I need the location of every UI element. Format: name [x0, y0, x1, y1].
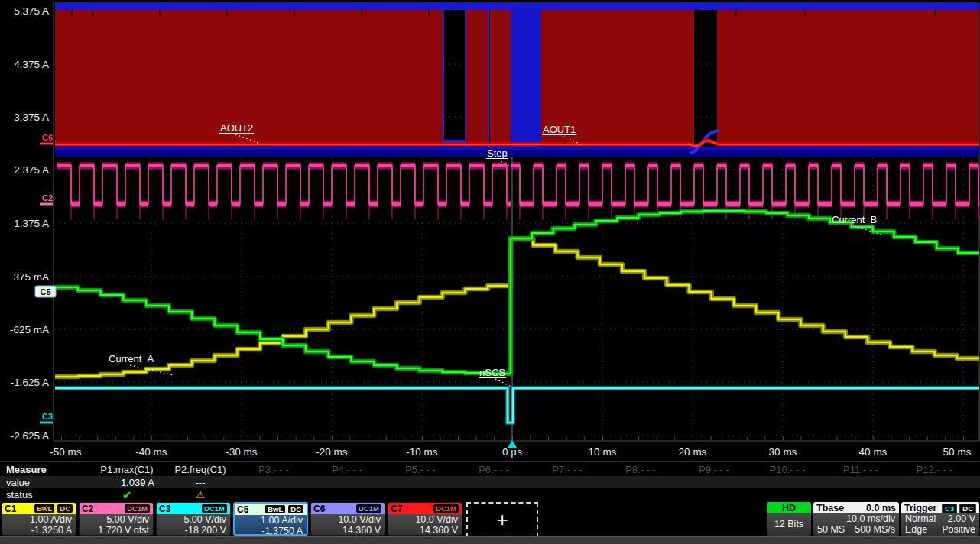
trace-c7-pwm-fill [466, 10, 488, 146]
channel-c3-descriptor[interactable]: C3DC1M5.00 V/div-18.200 V [156, 502, 231, 536]
measure-param-12-header[interactable]: P12:- - - [897, 464, 971, 475]
channel-coupling-badge: DC [57, 504, 73, 513]
trace-c7-notch [159, 10, 161, 16]
trigger-mode: Normal [905, 514, 936, 525]
trigger-type: Edge [905, 525, 927, 536]
trace-c7-notch [735, 10, 737, 16]
channel-offset: 14.360 V [392, 526, 458, 536]
x-axis-label: 50 ms [943, 446, 972, 458]
trace-c7-notch [71, 10, 73, 16]
annotation-label-current_a[interactable]: Current_A [109, 353, 154, 364]
channel-scale: 10.0 V/div [392, 515, 458, 526]
x-axis-label: -40 ms [135, 446, 167, 458]
trigger-box[interactable]: Trigger C3DC Normal 2.00 V Edge Positive [901, 502, 979, 536]
annotation-label-nscs[interactable]: nSCS [479, 367, 505, 378]
measure-status-row: status✔⚠ [0, 488, 980, 501]
channel-marker-C3[interactable]: C3 [42, 412, 53, 421]
trace-c7-notch [294, 10, 295, 16]
measure-param-10-header[interactable]: P10:- - - [751, 464, 824, 475]
timebase-scale: 10.0 ms/div [846, 514, 895, 525]
channel-offset: 14.360 V [315, 526, 381, 536]
channel-marker-C2[interactable]: C2 [42, 193, 53, 202]
measure-param-3-header[interactable]: P3:- - - [237, 464, 310, 475]
channel-coupling-badge: DC1M [124, 504, 151, 513]
timebase-delay: 0.0 ms [866, 503, 896, 513]
channel-id-label: C5 [237, 504, 248, 515]
bottom-strip [0, 536, 980, 544]
channel-coupling-badge: DC1M [433, 504, 459, 513]
annotation-label-aout2[interactable]: AOUT2 [220, 122, 253, 134]
channel-id-label: C3 [159, 504, 170, 514]
measure-header-row: MeasureP1:max(C1)P2:freq(C1)P3:- - -P4:-… [0, 462, 980, 476]
channel-c2-header: C2DC1M [80, 503, 153, 514]
hd-bits: 12 Bits [774, 519, 803, 529]
channel-c1-header: C1BwLDC [2, 503, 76, 514]
measure-param-7-header[interactable]: P7:- - - [531, 464, 604, 475]
hd-body: 12 Bits [767, 513, 811, 536]
channel-scale: 1.00 A/div [239, 516, 303, 526]
channel-c5-descriptor[interactable]: C5BwLDC1.00 A/div-1.3750 A [233, 502, 308, 536]
measure-param-2-header[interactable]: P2:freq(C1) [164, 464, 237, 475]
trace-c6-blue-block [511, 8, 541, 155]
x-axis-label: -30 ms [226, 446, 258, 458]
y-axis-label: -625 mA [10, 324, 49, 335]
trigger-badge-c3: C3 [942, 504, 957, 513]
trace-c7-notch [804, 10, 806, 16]
channel-id-label: C2 [82, 504, 93, 514]
trigger-body: Normal 2.00 V Edge Positive [901, 513, 979, 536]
channel-coupling-badge: DC1M [201, 504, 228, 513]
measure-param-11-header[interactable]: P11:- - - [824, 464, 897, 475]
channel-c3-settings: 5.00 V/div-18.200 V [157, 514, 230, 536]
measure-value-row: value1.039 A--- [0, 476, 980, 488]
measure-param-4-header[interactable]: P4:- - - [310, 464, 384, 475]
channel-id-label: C1 [5, 504, 16, 514]
measure-param-1-header[interactable]: P1:max(C1) [90, 464, 164, 475]
channel-c2-descriptor[interactable]: C2DC1M5.00 V/div1.720 V ofst [79, 502, 154, 536]
channel-marker-C5[interactable]: C5 [40, 287, 50, 296]
measure-param-6-header[interactable]: P6:- - - [457, 464, 531, 475]
channel-c6-settings: 10.0 V/div14.360 V [311, 514, 385, 536]
channel-coupling-badge: BwL [264, 504, 286, 514]
waveform-display[interactable]: -50 ms-40 ms-30 ms-20 ms-10 ms0 µs10 ms2… [0, 0, 980, 461]
measure-param-2-status: ⚠ [164, 489, 237, 500]
channel-coupling-badge: BwL [34, 504, 55, 513]
trace-c7-notch [934, 10, 936, 16]
measure-status-row-label: status [0, 489, 90, 500]
trigger-header: Trigger C3DC [901, 502, 979, 513]
x-axis-label: -10 ms [406, 446, 438, 458]
timebase-body: 10.0 ms/div 50 MS 500 MS/s [813, 513, 899, 536]
channel-coupling-badge: DC1M [355, 504, 382, 513]
y-axis-label: -2.625 A [11, 430, 49, 442]
trace-c7-pwm-fill [490, 10, 511, 146]
trace-c7-pwm-fill [717, 10, 979, 146]
channel-marker-C6[interactable]: C6 [42, 133, 53, 142]
measure-param-8-header[interactable]: P8:- - - [604, 464, 677, 475]
measure-param-5-header[interactable]: P5:- - - [384, 464, 457, 475]
channel-c1-settings: 1.00 A/div-1.3250 A [2, 514, 76, 536]
timebase-box[interactable]: Tbase 0.0 ms 10.0 ms/div 50 MS 500 MS/s [813, 502, 899, 536]
channel-offset: 1.720 V ofst [83, 526, 149, 536]
channel-c6-descriptor[interactable]: C6DC1M10.0 V/div14.360 V [310, 502, 385, 536]
hd-title: HD [782, 503, 796, 513]
channel-c1-descriptor[interactable]: C1BwLDC1.00 A/div-1.3250 A [2, 502, 76, 536]
channel-id-label: C6 [313, 504, 325, 514]
measure-value-row-label: value [0, 477, 90, 488]
trace-c7-notch [361, 10, 362, 16]
channel-offset: -1.3750 A [239, 526, 303, 536]
measure-param-9-header[interactable]: P9:- - - [677, 464, 751, 475]
hd-mode-box[interactable]: HD 12 Bits [767, 502, 811, 536]
x-axis-label: 40 ms [859, 446, 888, 458]
plus-icon: + [496, 508, 508, 532]
add-trace-button[interactable]: + [466, 502, 538, 537]
channel-c7-descriptor[interactable]: C7DC1M10.0 V/div14.360 V [388, 502, 462, 536]
measure-table: MeasureP1:max(C1)P2:freq(C1)P3:- - -P4:-… [0, 461, 980, 501]
trace-c7-notch [428, 10, 430, 16]
channel-offset: -1.3250 A [6, 526, 72, 536]
annotation-label-step[interactable]: Step [487, 147, 508, 159]
y-axis-label: 2.375 A [14, 164, 49, 176]
status-ok-icon: ✔ [122, 489, 131, 501]
trace-c7-notch [92, 10, 94, 16]
annotation-label-current_b[interactable]: Current_B [832, 214, 877, 225]
annotation-label-aout1[interactable]: AOUT1 [543, 124, 576, 135]
x-axis-label: 30 ms [769, 446, 797, 458]
